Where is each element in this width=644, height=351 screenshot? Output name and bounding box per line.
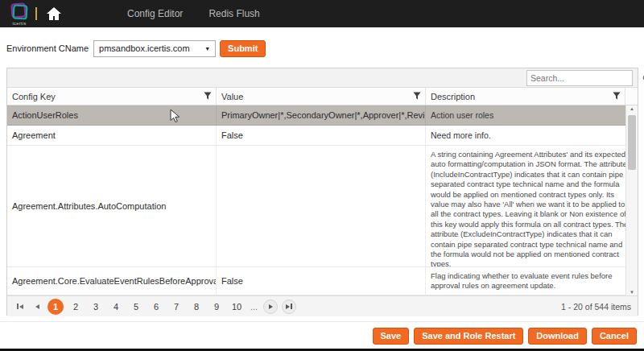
table-row[interactable]: ActionUserRoles PrimaryOwner|*,Secondary…	[7, 105, 638, 126]
config-key-cell: Agreement	[7, 126, 217, 145]
page-button-6[interactable]: 6	[148, 299, 164, 315]
save-and-role-restart-button[interactable]: Save and Role Restart	[414, 328, 523, 345]
environment-cname-selected-value: pmsandbox.icertis.com	[94, 43, 200, 53]
scroll-down-icon[interactable]: ▼	[626, 290, 638, 295]
next-page-button[interactable]	[263, 299, 278, 314]
top-navbar: icertis Config Editor Redis Flush	[0, 0, 644, 27]
config-key-cell: Agreement.Attributes.AutoComputation	[7, 146, 217, 266]
first-page-icon	[17, 304, 19, 309]
page-button-2[interactable]: 2	[68, 299, 84, 315]
description-cell: Flag indicating whether to evaluate even…	[426, 267, 638, 295]
config-grid: Config Key Value Description ActionUserR…	[6, 68, 638, 316]
filter-icon[interactable]	[204, 92, 212, 102]
column-header-label: Description	[431, 92, 475, 101]
grid-pagination: 1 2 3 4 5 6 7 8 9 10 ... 1 - 20 of 544 i…	[7, 295, 638, 316]
nav-separator	[35, 7, 37, 20]
column-header-label: Value	[221, 92, 243, 101]
search-box	[526, 70, 633, 86]
icertis-logo: icertis	[9, 2, 30, 25]
value-cell: False	[217, 126, 426, 145]
page-button-7[interactable]: 7	[168, 299, 184, 315]
filter-icon[interactable]	[613, 92, 621, 102]
next-page-icon	[269, 304, 273, 309]
page-ellipsis: ...	[249, 302, 259, 312]
logo-label: icertis	[9, 21, 30, 26]
grid-body: ActionUserRoles PrimaryOwner|*,Secondary…	[7, 105, 638, 295]
nav-item-config-editor[interactable]: Config Editor	[127, 8, 183, 19]
pager-items-count: 1 - 20 of 544 items	[561, 302, 631, 312]
save-button[interactable]: Save	[373, 328, 410, 345]
page-button-9[interactable]: 9	[208, 299, 225, 315]
environment-cname-label: Environment CName	[6, 43, 89, 53]
column-header-config-key[interactable]: Config Key	[7, 88, 217, 105]
last-page-button[interactable]	[282, 299, 296, 314]
submit-button[interactable]: Submit	[220, 40, 266, 57]
download-button[interactable]: Download	[528, 328, 587, 345]
nav-item-redis-flush[interactable]: Redis Flush	[208, 8, 259, 19]
icertis-logo-icon	[9, 2, 30, 22]
grid-toolbar	[7, 68, 638, 88]
page-button-1[interactable]: 1	[47, 299, 64, 315]
column-header-description[interactable]: Description	[426, 88, 625, 105]
filter-icon[interactable]	[413, 92, 421, 102]
description-cell: Action user roles	[426, 105, 638, 125]
cancel-button[interactable]: Cancel	[592, 328, 637, 345]
value-cell: PrimaryOwner|*,SecondaryOwner|*,Approver…	[217, 105, 426, 125]
value-cell	[217, 146, 426, 266]
scroll-up-icon[interactable]: ▲	[626, 106, 638, 111]
first-page-button[interactable]	[14, 300, 27, 313]
last-page-icon	[286, 304, 290, 309]
column-header-label: Config Key	[12, 92, 56, 101]
page-button-4[interactable]: 4	[108, 299, 124, 315]
table-row[interactable]: Agreement.Attributes.AutoComputation A s…	[7, 146, 638, 267]
config-key-cell: ActionUserRoles	[7, 105, 217, 125]
grid-header: Config Key Value Description	[7, 88, 638, 105]
home-button[interactable]	[46, 6, 62, 21]
scrollbar-thumb[interactable]	[628, 115, 636, 170]
table-row[interactable]: Agreement.Core.EvaluateEventRulesBeforeA…	[7, 267, 638, 295]
page-button-5[interactable]: 5	[128, 299, 144, 315]
dropdown-caret-icon: ▼	[200, 46, 215, 52]
description-cell: A string containing Agreement Attributes…	[426, 146, 638, 266]
footer-actions: Save Save and Role Restart Download Canc…	[373, 328, 638, 345]
description-cell: Need more info.	[426, 126, 638, 145]
vertical-scrollbar[interactable]: ▲ ▼	[625, 105, 638, 295]
nav-menu: Config Editor Redis Flush	[127, 0, 260, 27]
header-scrollbar-spacer	[625, 88, 638, 105]
table-row[interactable]: Agreement False Need more info.	[7, 126, 638, 146]
prev-page-icon	[35, 304, 39, 309]
home-icon	[46, 6, 62, 21]
page-button-10[interactable]: 10	[229, 299, 245, 315]
page-button-8[interactable]: 8	[188, 299, 204, 315]
config-key-cell: Agreement.Core.EvaluateEventRulesBeforeA…	[7, 267, 217, 295]
page-button-3[interactable]: 3	[88, 299, 104, 315]
value-cell: False	[217, 267, 426, 295]
content-divider	[0, 321, 644, 322]
environment-row: Environment CName pmsandbox.icertis.com …	[6, 39, 266, 57]
search-input[interactable]	[527, 73, 642, 83]
environment-cname-select[interactable]: pmsandbox.icertis.com ▼	[93, 40, 216, 57]
column-header-value[interactable]: Value	[217, 88, 426, 105]
prev-page-button[interactable]	[31, 300, 43, 313]
